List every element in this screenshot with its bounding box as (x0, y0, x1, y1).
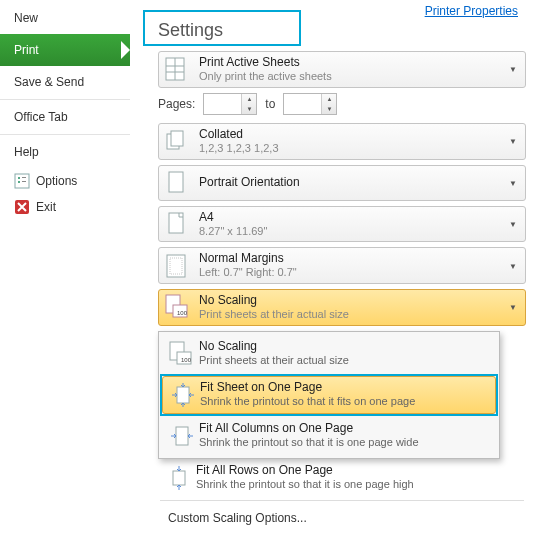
portrait-icon (163, 169, 191, 197)
collate-dropdown[interactable]: Collated 1,2,3 1,2,3 1,2,3 ▼ (158, 123, 526, 160)
svg-rect-3 (22, 177, 26, 178)
print-what-sub: Only print the active sheets (199, 70, 332, 84)
margins-sub: Left: 0.7" Right: 0.7" (199, 266, 297, 280)
nav-help[interactable]: Help (0, 136, 130, 168)
svg-rect-1 (18, 177, 20, 179)
nav-exit-label: Exit (36, 200, 56, 214)
nav-options-label: Options (36, 174, 77, 188)
no-scaling-icon: 100 (165, 339, 199, 369)
margins-title: Normal Margins (199, 251, 297, 266)
collate-title: Collated (199, 127, 279, 142)
chevron-down-icon: ▼ (509, 219, 517, 228)
down-icon[interactable]: ▼ (242, 104, 256, 114)
custom-scaling-options[interactable]: Custom Scaling Options... (158, 504, 526, 532)
options-icon (14, 173, 30, 189)
fit-columns-icon (165, 421, 199, 451)
chevron-down-icon: ▼ (509, 178, 517, 187)
backstage-sidebar: New Print Save & Send Office Tab Help Op… (0, 0, 130, 552)
fit-sheet-icon (166, 380, 200, 410)
pages-from-stepper[interactable]: ▲▼ (203, 93, 257, 115)
pages-label: Pages: (158, 97, 195, 111)
chevron-down-icon: ▼ (509, 65, 517, 74)
collate-sub: 1,2,3 1,2,3 1,2,3 (199, 142, 279, 156)
nav-new[interactable]: New (0, 2, 130, 34)
scaling-option-no-scaling[interactable]: 100 No Scaling Print sheets at their act… (161, 335, 497, 373)
scaling-option-fit-columns[interactable]: Fit All Columns on One Page Shrink the p… (161, 417, 497, 455)
svg-text:100: 100 (177, 310, 188, 316)
scaling-option-fit-sheet[interactable]: Fit Sheet on One Page Shrink the printou… (162, 376, 496, 414)
scaling-menu: 100 No Scaling Print sheets at their act… (158, 331, 500, 459)
settings-panel: Printer Properties Settings Print Active… (130, 0, 536, 552)
svg-rect-4 (22, 181, 26, 182)
exit-icon (14, 199, 30, 215)
svg-rect-24 (173, 471, 185, 485)
svg-rect-11 (171, 131, 183, 146)
chevron-down-icon: ▼ (509, 137, 517, 146)
nav-options[interactable]: Options (0, 168, 130, 194)
up-icon[interactable]: ▲ (322, 94, 336, 104)
svg-text:100: 100 (181, 357, 192, 363)
scaling-option-fit-rows[interactable]: Fit All Rows on One Page Shrink the prin… (158, 459, 526, 497)
page-icon (163, 210, 191, 238)
orientation-title: Portrait Orientation (199, 175, 300, 190)
sheet-icon (163, 55, 191, 83)
down-icon[interactable]: ▼ (322, 104, 336, 114)
scaling-dropdown[interactable]: 100 No Scaling Print sheets at their act… (158, 289, 526, 326)
nav-print[interactable]: Print (0, 34, 130, 66)
svg-rect-22 (177, 387, 189, 403)
orientation-dropdown[interactable]: Portrait Orientation ▼ (158, 165, 526, 201)
margins-icon (163, 252, 191, 280)
svg-rect-2 (18, 181, 20, 183)
printer-properties-link[interactable]: Printer Properties (425, 4, 518, 18)
scaling-icon: 100 (163, 293, 191, 321)
chevron-down-icon: ▼ (509, 261, 517, 270)
nav-save-send[interactable]: Save & Send (0, 66, 130, 98)
svg-rect-12 (169, 172, 183, 192)
scaling-title: No Scaling (199, 293, 349, 308)
margins-dropdown[interactable]: Normal Margins Left: 0.7" Right: 0.7" ▼ (158, 247, 526, 284)
svg-rect-23 (176, 427, 188, 445)
paper-sub: 8.27" x 11.69" (199, 225, 267, 239)
svg-rect-13 (169, 213, 183, 233)
paper-title: A4 (199, 210, 267, 225)
collate-icon (163, 127, 191, 155)
nav-office-tab[interactable]: Office Tab (0, 101, 130, 133)
pages-to-label: to (265, 97, 275, 111)
print-what-dropdown[interactable]: Print Active Sheets Only print the activ… (158, 51, 526, 88)
pages-to-stepper[interactable]: ▲▼ (283, 93, 337, 115)
paper-dropdown[interactable]: A4 8.27" x 11.69" ▼ (158, 206, 526, 243)
print-what-title: Print Active Sheets (199, 55, 332, 70)
up-icon[interactable]: ▲ (242, 94, 256, 104)
chevron-down-icon: ▼ (509, 303, 517, 312)
scaling-sub: Print sheets at their actual size (199, 308, 349, 322)
fit-rows-icon (162, 463, 196, 493)
nav-exit[interactable]: Exit (0, 194, 130, 220)
